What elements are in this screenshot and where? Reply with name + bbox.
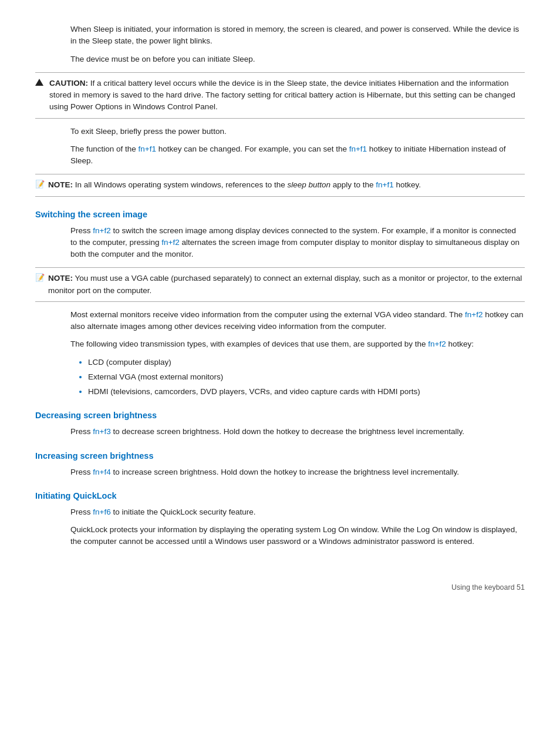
intro-para3: To exit Sleep, briefly press the power b… — [70, 126, 525, 137]
list-item: HDMI (televisions, camcorders, DVD playe… — [88, 386, 525, 398]
fn-f1-link-2[interactable]: fn+f1 — [349, 145, 367, 153]
increase-section: Press fn+f4 to increase screen brightnes… — [35, 466, 525, 478]
switch-section2: Most external monitors receive video inf… — [35, 309, 525, 398]
quicklock-para2: QuickLock protects your information by d… — [70, 524, 525, 548]
quicklock-section: Press fn+f6 to initiate the QuickLock se… — [35, 506, 525, 548]
section-heading-quicklock: Initiating QuickLock — [35, 491, 525, 500]
note-label-1: NOTE: — [48, 180, 73, 189]
switch-para2: Most external monitors receive video inf… — [70, 309, 525, 333]
note-text-2: NOTE: You must use a VGA cable (purchase… — [48, 273, 525, 297]
section-heading-increase: Increasing screen brightness — [35, 451, 525, 461]
switch-section: Press fn+f2 to switch the screen image a… — [35, 225, 525, 261]
intro-para4: The function of the fn+f1 hotkey can be … — [70, 143, 525, 167]
intro-para1: When Sleep is initiated, your informatio… — [70, 23, 525, 48]
bullet-text-3: HDMI (televisions, camcorders, DVD playe… — [88, 387, 420, 396]
note-icon-1: 📝 — [35, 180, 45, 189]
note-box-2: 📝 NOTE: You must use a VGA cable (purcha… — [35, 267, 525, 302]
section-heading-switch: Switching the screen image — [35, 210, 525, 219]
caution-box: CAUTION: If a critical battery level occ… — [35, 72, 525, 119]
fn-f2-link-2[interactable]: fn+f2 — [161, 238, 179, 247]
note-box-1: 📝 NOTE: In all Windows operating system … — [35, 174, 525, 196]
intro-para2: The device must be on before you can ini… — [70, 53, 525, 65]
switch-para3: The following video transmission types, … — [70, 338, 525, 350]
fn-f2-link-4[interactable]: fn+f2 — [428, 340, 446, 348]
fn-f2-link-3[interactable]: fn+f2 — [465, 310, 483, 319]
intro-section: When Sleep is initiated, your informatio… — [35, 23, 525, 65]
bullet-text-2: External VGA (most external monitors) — [88, 372, 223, 381]
fn-f1-note-link[interactable]: fn+f1 — [376, 180, 393, 189]
switch-bullet-list: LCD (computer display) External VGA (mos… — [88, 357, 525, 398]
increase-para: Press fn+f4 to increase screen brightnes… — [70, 466, 525, 478]
caution-label: CAUTION: — [49, 79, 88, 88]
list-item: LCD (computer display) — [88, 357, 525, 368]
caution-text: CAUTION: If a critical battery level occ… — [49, 78, 525, 113]
caution-body: If a critical battery level occurs while… — [49, 79, 515, 112]
fn-f1-link-1[interactable]: fn+f1 — [139, 145, 156, 153]
note-label-2: NOTE: — [48, 274, 73, 283]
decrease-section: Press fn+f3 to decrease screen brightnes… — [35, 426, 525, 438]
page-footer: Using the keyboard 51 — [35, 583, 525, 592]
intro-section2: To exit Sleep, briefly press the power b… — [35, 126, 525, 167]
fn-f3-link[interactable]: fn+f3 — [93, 427, 110, 436]
decrease-para: Press fn+f3 to decrease screen brightnes… — [70, 426, 525, 438]
bullet-text-1: LCD (computer display) — [88, 358, 171, 367]
switch-para1: Press fn+f2 to switch the screen image a… — [70, 225, 525, 261]
fn-f2-link-1[interactable]: fn+f2 — [93, 226, 110, 235]
section-heading-decrease: Decreasing screen brightness — [35, 411, 525, 420]
fn-f4-link[interactable]: fn+f4 — [93, 468, 110, 476]
page-content: When Sleep is initiated, your informatio… — [35, 23, 525, 592]
list-item: External VGA (most external monitors) — [88, 371, 525, 383]
quicklock-para1: Press fn+f6 to initiate the QuickLock se… — [70, 506, 525, 518]
note-text-1: NOTE: In all Windows operating system wi… — [48, 179, 421, 191]
triangle-warning-icon — [35, 79, 43, 86]
note-icon-2: 📝 — [35, 273, 45, 282]
caution-icon — [35, 78, 46, 87]
fn-f6-link[interactable]: fn+f6 — [93, 508, 110, 516]
